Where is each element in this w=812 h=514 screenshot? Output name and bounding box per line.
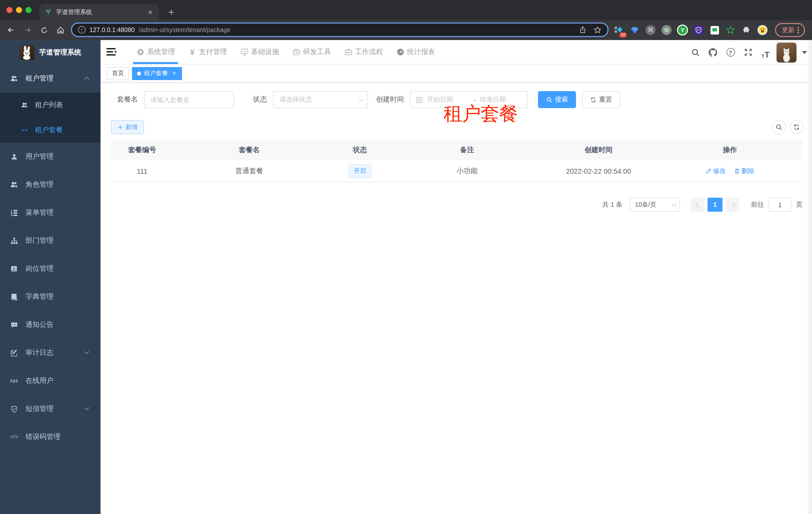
trash-icon (734, 168, 740, 174)
profile-avatar-icon[interactable] (757, 25, 768, 35)
reset-button[interactable]: 重置 (582, 91, 620, 108)
browser-menu-icon[interactable] (798, 27, 799, 33)
nav-item-system[interactable]: 系统管理 (129, 40, 181, 64)
chrome-update-button[interactable]: 更新 (775, 23, 805, 37)
prev-page-button[interactable] (691, 198, 704, 212)
extension-record-icon[interactable] (661, 25, 672, 35)
show-search-toggle-button[interactable] (772, 120, 786, 134)
sidebar-item-tenant-package[interactable]: 租户套餐 (0, 117, 100, 143)
org-tree-icon (10, 237, 18, 245)
nav-item-label: 基础设施 (251, 48, 279, 57)
main-area: 系统管理 ¥ 支付管理 基础设施 研发工具 工作流程 (100, 40, 812, 514)
sidebar-item-sms-management[interactable]: 短信管理 (0, 395, 100, 423)
tag-close-icon[interactable] (171, 70, 177, 76)
tab-close-icon[interactable] (146, 8, 154, 16)
user-avatar[interactable] (777, 42, 796, 62)
sidebar-item-department-management[interactable]: 部门管理 (0, 227, 100, 255)
extension-diamond-icon[interactable]: 10 (613, 25, 624, 35)
sidebar-item-label: 通知公告 (26, 320, 54, 329)
github-icon[interactable] (706, 46, 720, 59)
extension-gem-icon[interactable] (629, 25, 640, 35)
tag-home[interactable]: 首页 (107, 67, 129, 80)
people-icon (10, 75, 18, 83)
fullscreen-icon[interactable] (742, 46, 754, 59)
app-logo-row[interactable]: 芋道管理系统 (0, 40, 100, 64)
browser-toolbar: i 127.0.0.1:48080 /admin-ui/system/tenan… (0, 20, 812, 40)
extension-star-icon[interactable] (725, 25, 736, 35)
search-icon[interactable] (689, 46, 702, 59)
reload-icon[interactable] (38, 24, 50, 36)
extension-chat-icon[interactable] (709, 25, 720, 35)
tag-label: 首页 (112, 69, 124, 78)
sidebar-item-role-management[interactable]: 角色管理 (0, 171, 100, 199)
search-button-label: 搜索 (555, 95, 568, 104)
start-date-placeholder[interactable]: 开始日期 (427, 95, 470, 104)
status-select[interactable]: 请选择状态 (273, 91, 368, 108)
goto-label: 前往 (751, 200, 764, 209)
sidebar-collapse-icon[interactable] (100, 40, 122, 64)
back-icon[interactable] (5, 24, 17, 36)
close-window-button[interactable] (6, 7, 12, 13)
end-date-placeholder[interactable]: 结束日期 (480, 95, 522, 104)
goto-page-input[interactable] (768, 198, 792, 212)
zoom-window-button[interactable] (26, 7, 31, 13)
nav-item-infrastructure[interactable]: 基础设施 (233, 40, 286, 64)
next-page-button[interactable] (725, 198, 740, 212)
search-button[interactable]: 搜索 (538, 91, 576, 108)
tag-tenant-package[interactable]: 租户套餐 (132, 67, 182, 80)
sidebar-item-label: 租户套餐 (35, 126, 63, 135)
sidebar-item-label: 岗位管理 (26, 264, 54, 273)
minimize-window-button[interactable] (16, 7, 22, 13)
help-icon[interactable]: ? (724, 46, 737, 59)
avatar-caret-icon[interactable] (802, 51, 807, 54)
date-separator: - (474, 96, 476, 103)
page-size-select[interactable]: 10条/页 (630, 198, 680, 212)
extension-shield-icon[interactable] (693, 25, 704, 35)
sidebar-item-label: 审计日志 (26, 348, 54, 357)
home-icon[interactable] (55, 24, 66, 36)
refresh-table-button[interactable] (789, 120, 804, 134)
bookmark-star-icon[interactable] (593, 26, 602, 34)
update-label: 更新 (782, 26, 794, 34)
font-size-icon[interactable]: TT (759, 46, 772, 59)
sidebar-item-online-users[interactable]: 在线用户 (0, 367, 100, 395)
sidebar-item-tenant-list[interactable]: 租户列表 (0, 92, 100, 117)
delete-link[interactable]: 删除 (734, 166, 754, 175)
tree-table-icon (10, 209, 18, 217)
sidebar-item-label: 租户列表 (35, 101, 63, 110)
package-name-input[interactable] (145, 96, 233, 103)
forward-icon[interactable] (22, 24, 33, 36)
sidebar-item-user-management[interactable]: 用户管理 (0, 143, 100, 171)
sidebar-item-notice[interactable]: 通知公告 (0, 311, 100, 339)
url-path: /admin-ui/system/tenant/package (139, 26, 575, 33)
gear-icon (136, 48, 145, 56)
briefcase-icon (292, 48, 300, 56)
sidebar-item-dict-management[interactable]: 字典管理 (0, 283, 100, 311)
nav-item-workflow[interactable]: 工作流程 (338, 40, 389, 64)
share-icon[interactable] (579, 26, 586, 33)
sidebar-item-post-management[interactable]: 岗位管理 (0, 255, 100, 283)
extensions-puzzle-icon[interactable] (741, 25, 752, 35)
cell-created-at: 2022-02-22 00:54:00 (540, 167, 657, 175)
sidebar-item-error-code[interactable]: </> 错误码管理 (0, 423, 100, 451)
extension-y-icon[interactable]: Y (677, 25, 688, 35)
extension-command-icon[interactable]: ⌘ (645, 25, 656, 35)
table-row[interactable]: 111 普通套餐 开启 小功能 2022-02-22 00:54:00 修改 删… (111, 160, 803, 182)
new-tab-button[interactable] (165, 6, 177, 18)
nav-item-payment[interactable]: ¥ 支付管理 (181, 40, 233, 64)
nav-item-dev-tools[interactable]: 研发工具 (286, 40, 338, 64)
page-scrollbar[interactable] (808, 40, 812, 514)
site-info-icon[interactable]: i (78, 26, 86, 33)
browser-tab[interactable]: 芋道管理系统 (39, 4, 159, 20)
add-button[interactable]: 新增 (111, 120, 144, 134)
column-header: 状态 (325, 146, 395, 155)
sidebar-item-menu-management[interactable]: 菜单管理 (0, 199, 100, 227)
sidebar-item-audit-log[interactable]: 审计日志 (0, 339, 100, 367)
sidebar-item-tenant-management[interactable]: 租户管理 (0, 64, 100, 92)
yen-icon: ¥ (188, 48, 197, 56)
dictionary-book-icon (10, 293, 18, 301)
address-bar[interactable]: i 127.0.0.1:48080 /admin-ui/system/tenan… (71, 23, 609, 37)
edit-link[interactable]: 修改 (705, 166, 726, 175)
current-page-button[interactable]: 1 (707, 198, 723, 212)
nav-item-reports[interactable]: 统计报表 (389, 40, 441, 64)
